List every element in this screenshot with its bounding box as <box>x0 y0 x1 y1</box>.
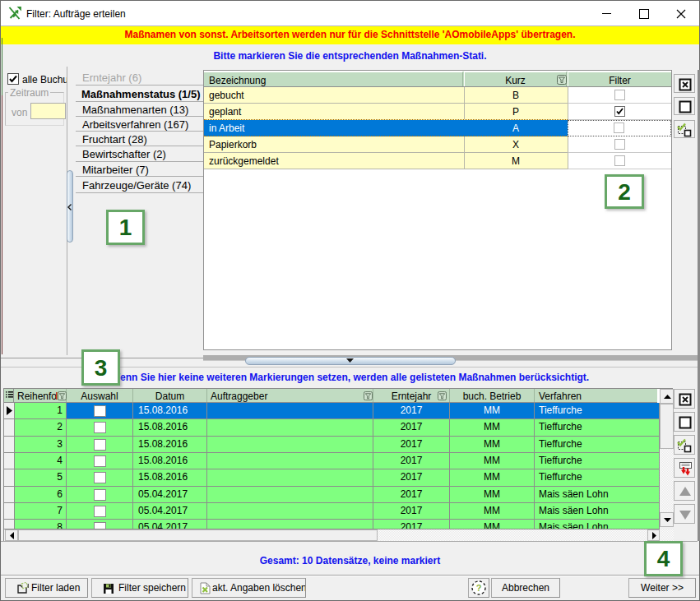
svg-text:?: ? <box>476 583 482 593</box>
